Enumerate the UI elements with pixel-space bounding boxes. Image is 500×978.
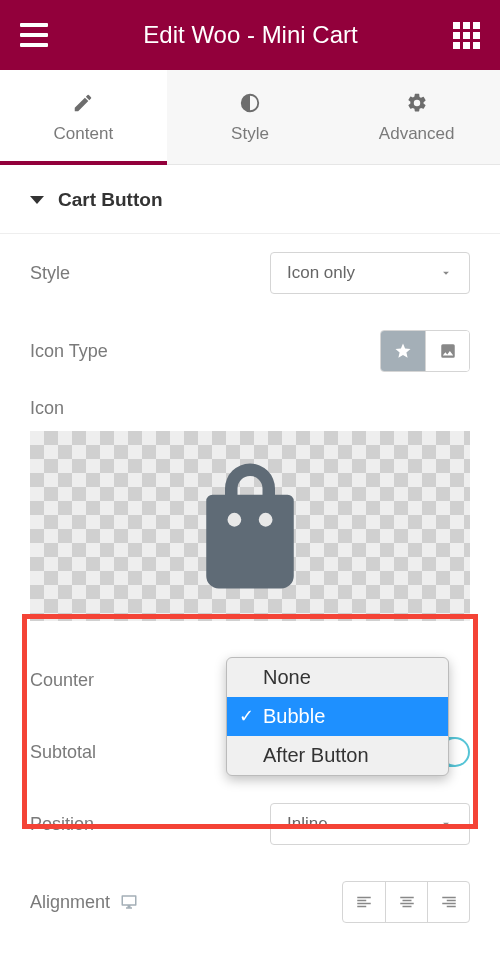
- position-select-value: Inline: [287, 814, 328, 834]
- star-icon: [394, 342, 412, 360]
- editor-tabs: Content Style Advanced: [0, 70, 500, 165]
- gear-icon: [406, 92, 428, 114]
- tab-style-label: Style: [231, 124, 269, 143]
- position-select[interactable]: Inline: [270, 803, 470, 845]
- hamburger-menu-button[interactable]: [20, 23, 48, 47]
- row-icon-type: Icon Type: [0, 312, 500, 390]
- caret-down-icon: [30, 196, 44, 204]
- counter-dropdown-menu: None Bubble After Button: [226, 657, 449, 776]
- label-icon: Icon: [0, 390, 500, 431]
- page-title: Edit Woo - Mini Cart: [143, 21, 357, 49]
- chevron-down-icon: [439, 817, 453, 831]
- label-position: Position: [30, 814, 94, 835]
- section-title: Cart Button: [58, 189, 162, 211]
- alignment-group: [342, 881, 470, 923]
- label-subtotal: Subtotal: [30, 742, 96, 763]
- label-icon-type: Icon Type: [30, 341, 108, 362]
- align-left-button[interactable]: [343, 882, 385, 922]
- contrast-icon: [239, 92, 261, 114]
- row-position: Position Inline: [0, 785, 500, 863]
- row-style: Style Icon only: [0, 234, 500, 312]
- svg-point-1: [259, 513, 273, 527]
- align-right-icon: [440, 893, 458, 911]
- label-alignment: Alignment: [30, 892, 110, 913]
- tab-content[interactable]: Content: [0, 70, 167, 164]
- label-counter: Counter: [30, 670, 94, 691]
- row-alignment: Alignment: [0, 863, 500, 941]
- desktop-icon[interactable]: [120, 893, 138, 911]
- tab-advanced[interactable]: Advanced: [333, 70, 500, 164]
- icon-preview-area[interactable]: [30, 431, 470, 621]
- pencil-icon: [72, 92, 94, 114]
- section-cart-button-header[interactable]: Cart Button: [0, 165, 500, 234]
- apps-grid-button[interactable]: [453, 22, 480, 49]
- style-select[interactable]: Icon only: [270, 252, 470, 294]
- label-style: Style: [30, 263, 70, 284]
- tab-style[interactable]: Style: [167, 70, 334, 164]
- svg-point-0: [228, 513, 242, 527]
- icon-type-icon-button[interactable]: [381, 331, 425, 371]
- tab-content-label: Content: [54, 124, 114, 143]
- shopping-bag-icon: [175, 451, 325, 601]
- align-right-button[interactable]: [427, 882, 469, 922]
- align-left-icon: [355, 893, 373, 911]
- icon-type-group: [380, 330, 470, 372]
- counter-option-after-button[interactable]: After Button: [227, 736, 448, 775]
- image-icon: [439, 342, 457, 360]
- counter-option-none[interactable]: None: [227, 658, 448, 697]
- style-select-value: Icon only: [287, 263, 355, 283]
- chevron-down-icon: [439, 266, 453, 280]
- counter-option-bubble[interactable]: Bubble: [227, 697, 448, 736]
- align-center-icon: [398, 893, 416, 911]
- align-center-button[interactable]: [385, 882, 427, 922]
- icon-type-image-button[interactable]: [425, 331, 469, 371]
- tab-advanced-label: Advanced: [379, 124, 455, 143]
